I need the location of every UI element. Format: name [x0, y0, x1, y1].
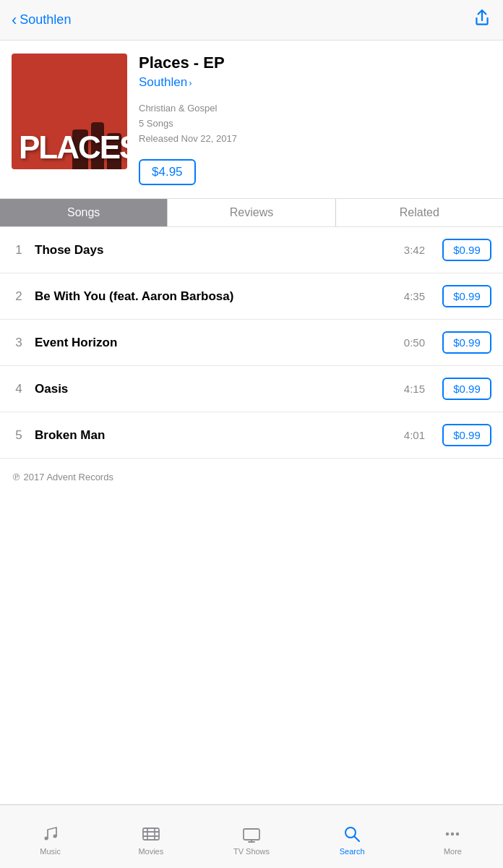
songs-list: 1 Those Days 3:42 $0.99 2 Be With You (f… — [0, 227, 503, 459]
bottom-nav-movies[interactable]: Movies — [100, 818, 201, 856]
album-info: Places - EP Southlen › Christian & Gospe… — [139, 54, 491, 185]
tab-reviews[interactable]: Reviews — [168, 199, 335, 226]
copyright-text: ℗ 2017 Advent Records — [0, 459, 503, 495]
bottom-nav-more-label: More — [444, 847, 462, 856]
svg-point-1 — [53, 834, 56, 838]
album-meta: Christian & Gospel 5 Songs Released Nov … — [139, 101, 491, 146]
tab-songs-label: Songs — [67, 206, 100, 218]
album-art: PLACES — [12, 54, 127, 169]
song-number-2: 2 — [12, 289, 26, 304]
table-row: 2 Be With You (feat. Aaron Barbosa) 4:35… — [0, 273, 503, 320]
search-icon — [342, 824, 362, 844]
song-number-1: 1 — [12, 243, 26, 258]
song-price-button-5[interactable]: $0.99 — [442, 424, 491, 446]
bottom-nav-search-label: Search — [340, 847, 365, 856]
svg-line-11 — [355, 836, 360, 841]
bottom-nav-music[interactable]: Music — [0, 818, 100, 856]
bottom-nav-music-label: Music — [40, 847, 61, 856]
album-header: PLACES Places - EP Southlen › Christian … — [0, 41, 503, 199]
song-title-5: Broken Man — [35, 427, 395, 443]
song-price-button-4[interactable]: $0.99 — [442, 378, 491, 400]
song-duration-4: 4:15 — [404, 383, 425, 395]
album-genre: Christian & Gospel — [139, 103, 217, 114]
song-price-button-2[interactable]: $0.99 — [442, 285, 491, 307]
svg-rect-7 — [244, 829, 259, 840]
album-art-text: PLACES — [12, 126, 127, 169]
bottom-nav: Music Movies TV Shows Search — [0, 804, 503, 868]
tab-related-label: Related — [400, 206, 439, 218]
song-price-button-1[interactable]: $0.99 — [442, 239, 491, 261]
back-label: Southlen — [20, 12, 71, 27]
song-title-3: Event Horizon — [35, 335, 395, 351]
song-price-button-3[interactable]: $0.99 — [442, 331, 491, 354]
svg-point-13 — [451, 832, 454, 835]
song-title-2: Be With You (feat. Aaron Barbosa) — [35, 289, 395, 305]
top-nav-bar: ‹ Southlen — [0, 0, 503, 41]
table-row: 1 Those Days 3:42 $0.99 — [0, 227, 503, 273]
bottom-nav-search[interactable]: Search — [302, 818, 403, 856]
bottom-nav-tvshows-label: TV Shows — [233, 847, 270, 856]
song-number-4: 4 — [12, 382, 26, 396]
song-duration-5: 4:01 — [404, 429, 425, 441]
tvshows-icon — [241, 824, 262, 844]
back-chevron-icon: ‹ — [12, 12, 17, 28]
tab-reviews-label: Reviews — [230, 206, 273, 218]
song-title-4: Oasis — [35, 381, 395, 397]
share-button[interactable] — [473, 9, 491, 32]
tab-songs[interactable]: Songs — [0, 199, 168, 226]
song-title-1: Those Days — [35, 242, 395, 258]
album-title: Places - EP — [139, 54, 491, 72]
buy-album-button[interactable]: $4.95 — [139, 159, 196, 185]
song-duration-2: 4:35 — [404, 290, 425, 302]
table-row: 3 Event Horizon 0:50 $0.99 — [0, 320, 503, 366]
song-number-3: 3 — [12, 336, 26, 350]
svg-rect-2 — [143, 828, 159, 840]
album-artist-name: Southlen — [139, 75, 187, 90]
svg-point-14 — [456, 832, 459, 835]
album-release-date: Released Nov 22, 2017 — [139, 133, 237, 144]
svg-point-12 — [446, 832, 449, 835]
album-artist-link[interactable]: Southlen › — [139, 75, 491, 90]
song-duration-1: 3:42 — [404, 244, 425, 256]
song-number-5: 5 — [12, 428, 26, 443]
tab-bar: Songs Reviews Related — [0, 199, 503, 227]
table-row: 5 Broken Man 4:01 $0.99 — [0, 412, 503, 459]
bottom-nav-movies-label: Movies — [138, 847, 163, 856]
bottom-nav-tvshows[interactable]: TV Shows — [201, 818, 301, 856]
bottom-nav-more[interactable]: More — [403, 818, 503, 856]
back-button[interactable]: ‹ Southlen — [12, 12, 71, 28]
tab-related[interactable]: Related — [336, 199, 503, 226]
movies-icon — [141, 824, 161, 844]
table-row: 4 Oasis 4:15 $0.99 — [0, 366, 503, 412]
more-icon — [442, 824, 463, 844]
artist-chevron-icon: › — [189, 77, 192, 88]
svg-point-0 — [44, 836, 48, 840]
share-icon — [473, 9, 491, 27]
album-song-count: 5 Songs — [139, 118, 173, 129]
song-duration-3: 0:50 — [404, 336, 425, 349]
music-icon — [40, 824, 61, 844]
